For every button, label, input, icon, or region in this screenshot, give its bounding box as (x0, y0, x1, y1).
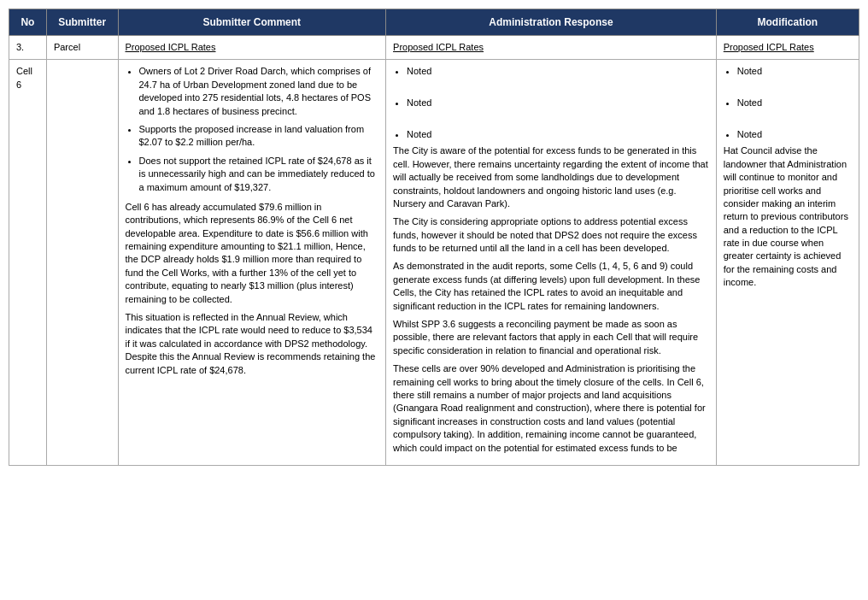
cell-number: 3. (9, 36, 47, 60)
table-row-header: 3. Parcel Proposed ICPL Rates Proposed I… (9, 36, 859, 60)
admin-noted-2: Noted (407, 97, 709, 109)
admin-noted-1-list: Noted (407, 65, 709, 78)
header-mod: Modification (716, 9, 859, 36)
cell-mod-body: Noted Noted Noted Hat Council advise the… (716, 60, 859, 466)
admin-noted-3-list: Noted (407, 128, 709, 141)
cell-admin-heading: Proposed ICPL Rates (386, 36, 717, 60)
admin-para3: As demonstrated in the audit reports, so… (393, 260, 709, 313)
mod-noted-2-list: Noted (737, 97, 852, 109)
header-admin: Administration Response (386, 9, 717, 36)
page: No Submitter Submitter Comment Administr… (0, 0, 868, 600)
admin-noted-1: Noted (407, 65, 709, 78)
cell-admin-body: Noted Noted Noted The City is aware of t… (386, 60, 717, 466)
admin-heading-text: Proposed ICPL Rates (393, 42, 484, 52)
cell-mod-heading: Proposed ICPL Rates (716, 36, 859, 60)
cell-comment-heading: Proposed ICPL Rates (118, 36, 386, 60)
comment-heading-text: Proposed ICPL Rates (126, 42, 216, 52)
cell-section-label: Cell 6 (9, 60, 47, 466)
mod-noted-3-list: Noted (737, 128, 852, 141)
cell-submitter-empty (46, 60, 118, 466)
mod-noted-3: Noted (737, 128, 852, 141)
table-row-content: Cell 6 Owners of Lot 2 Driver Road Darch… (9, 60, 859, 466)
comment-para1: Cell 6 has already accumulated $79.6 mil… (126, 201, 379, 306)
header-submitter: Submitter (46, 9, 118, 36)
admin-noted-3: Noted (407, 128, 709, 141)
mod-para: Hat Council advise the landowner that Ad… (724, 144, 852, 289)
comment-bullet-list: Owners of Lot 2 Driver Road Darch, which… (139, 65, 379, 194)
mod-noted-2: Noted (737, 97, 852, 109)
header-comment: Submitter Comment (118, 9, 386, 36)
admin-para4: Whilst SPP 3.6 suggests a reconciling pa… (393, 318, 709, 357)
section-label-text: Cell 6 (16, 66, 32, 89)
comment-para2: This situation is reflected in the Annua… (126, 311, 379, 377)
admin-noted-2-list: Noted (407, 97, 709, 109)
admin-para5: These cells are over 90% developed and A… (393, 362, 709, 455)
admin-para1: The City is aware of the potential for e… (393, 144, 709, 210)
comment-bullet-1: Owners of Lot 2 Driver Road Darch, which… (139, 65, 379, 118)
cell-submitter: Parcel (46, 36, 118, 60)
comment-bullet-3: Does not support the retained ICPL rate … (139, 155, 379, 194)
admin-para2: The City is considering appropriate opti… (393, 215, 709, 255)
mod-heading-text: Proposed ICPL Rates (724, 42, 814, 52)
main-table: No Submitter Submitter Comment Administr… (9, 9, 859, 466)
mod-noted-1-list: Noted (737, 65, 852, 78)
comment-bullet-2: Supports the proposed increase in land v… (139, 123, 379, 150)
mod-noted-1: Noted (737, 65, 852, 78)
cell-comment-body: Owners of Lot 2 Driver Road Darch, which… (118, 60, 386, 466)
header-no: No (9, 9, 47, 36)
